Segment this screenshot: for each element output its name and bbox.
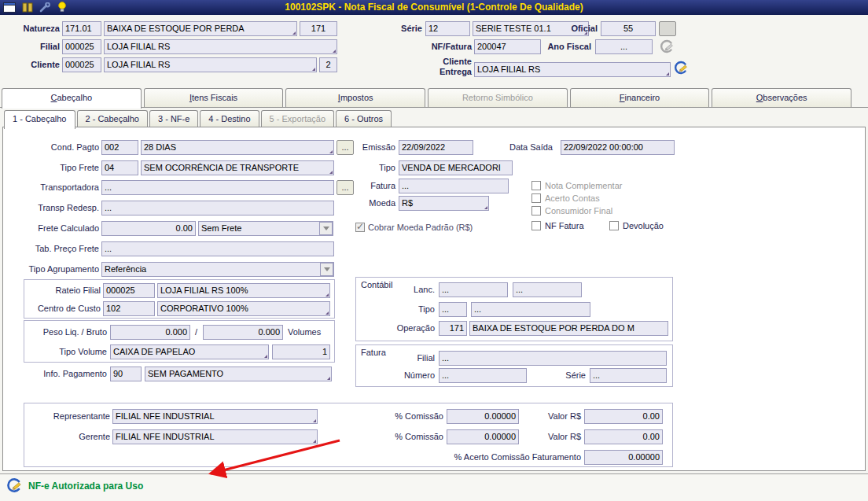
peso-separator: / xyxy=(195,325,203,340)
rep-valor-field[interactable]: 0.00 xyxy=(584,409,663,424)
natureza-desc-field[interactable]: BAIXA DE ESTOQUE POR PERDA xyxy=(104,21,297,36)
tab-impostos[interactable]: Impostos xyxy=(285,88,425,107)
tab-cabecalho[interactable]: Cabeçalho xyxy=(2,88,142,109)
ano-fiscal-field[interactable]: ... xyxy=(595,39,653,54)
nfe-disabled-icon xyxy=(659,39,675,54)
frete-calculado-label: Frete Calculado xyxy=(16,221,99,236)
filial-code-field[interactable]: 000025 xyxy=(62,39,101,54)
tipo-field[interactable]: VENDA DE MERCADORI xyxy=(399,160,513,175)
frete-tipo-dropdown-button[interactable] xyxy=(319,222,333,235)
lightbulb-icon[interactable] xyxy=(57,2,67,13)
columns-icon[interactable] xyxy=(22,2,33,13)
info-pagamento-desc-field[interactable]: SEM PAGAMENTO xyxy=(145,367,332,381)
tab-observacoes[interactable]: Observações xyxy=(712,88,851,107)
cond-pagto-desc-field[interactable]: 28 DIAS xyxy=(141,140,334,155)
representante-field[interactable]: FILIAL NFE INDUSTRIAL xyxy=(112,409,318,424)
centro-custo-code-field[interactable]: 102 xyxy=(103,301,155,316)
rep-pct-comissao-field[interactable]: 0.00000 xyxy=(447,409,519,424)
tab-preco-frete-field[interactable]: ... xyxy=(101,241,334,256)
ano-fiscal-label: Ano Fiscal xyxy=(543,39,591,54)
form-window-icon[interactable] xyxy=(3,2,16,13)
subtab-1-cabecalho[interactable]: 1 - Cabeçalho xyxy=(4,110,75,129)
filial-desc-field[interactable]: LOJA FILIAL RS xyxy=(104,39,337,54)
operacao-code-field[interactable]: 171 xyxy=(439,321,467,336)
serie-code-field[interactable]: 12 xyxy=(425,21,470,36)
tipo-agrupamento-dropdown-button[interactable] xyxy=(320,263,333,276)
transp-redesp-field[interactable]: ... xyxy=(101,201,334,216)
tipo-agrupamento-select[interactable]: Referência xyxy=(101,262,334,277)
tipo-agrupamento-label: Tipo Agrupamento xyxy=(8,262,99,277)
titlebar-toolbar xyxy=(3,2,67,13)
moeda-field[interactable]: R$ xyxy=(399,196,489,211)
fatura-filial-field[interactable]: ... xyxy=(439,351,667,366)
subtab-3-nfe[interactable]: 3 - NF-e xyxy=(149,110,198,127)
sub-tabs: 1 - Cabeçalho 2 - Cabeçalho 3 - NF-e 4 -… xyxy=(4,110,393,127)
gerente-field[interactable]: FILIAL NFE INDUSTRIAL xyxy=(112,429,318,444)
fatura-box-title: Fatura xyxy=(361,347,386,358)
fatura-field[interactable]: ... xyxy=(399,179,509,193)
lanc-field-1[interactable]: ... xyxy=(439,282,508,297)
fatura-numero-label: Número xyxy=(385,368,435,383)
cliente-entrega-field[interactable]: LOJA FILIAL RS xyxy=(474,62,671,77)
oficial-field[interactable]: 55 xyxy=(601,21,656,36)
natureza-num-field[interactable]: 171 xyxy=(300,21,337,36)
cliente-num-field[interactable]: 2 xyxy=(319,57,337,72)
tab-financeiro[interactable]: Financeiro xyxy=(570,88,710,107)
status-message: NF-e Autorizada para Uso xyxy=(28,481,143,492)
operacao-label: Operação xyxy=(377,321,435,336)
nfe-globe-icon[interactable] xyxy=(673,60,689,76)
consumidor-final-label: Consumidor Final xyxy=(545,204,663,219)
nf-fatura-field[interactable]: 200047 xyxy=(474,39,541,54)
tipo-volume-field[interactable]: CAIXA DE PAPELAO xyxy=(110,344,269,359)
volumes-qty-field[interactable]: 1 xyxy=(272,344,330,359)
peso-liquido-field[interactable]: 0.000 xyxy=(110,325,190,340)
cliente-desc-field[interactable]: LOJA FILIAL RS xyxy=(104,57,317,72)
gerente-label: Gerente xyxy=(31,429,110,444)
subtab-6-outros[interactable]: 6 - Outros xyxy=(336,110,392,127)
cliente-entrega-label: Cliente Entrega xyxy=(422,57,472,77)
tipo-frete-desc-field[interactable]: SEM OCORRÊNCIA DE TRANSPORTE xyxy=(141,160,334,175)
nf-fatura-label: NF/Fatura xyxy=(409,39,472,54)
tab-itens-fiscais[interactable]: Itens Fiscais xyxy=(144,88,284,107)
ger-valor-field[interactable]: 0.00 xyxy=(584,429,663,444)
subtab-5-label: 5 - Exportação xyxy=(270,114,326,123)
devolucao-checkbox[interactable] xyxy=(609,221,619,230)
main-tabs: Cabeçalho Itens Fiscais Impostos Retorno… xyxy=(2,88,854,107)
centro-custo-desc-field[interactable]: CORPORATIVO 100% xyxy=(157,301,330,316)
frete-tipo-select[interactable]: Sem Frete xyxy=(198,221,333,236)
fatura-serie-field[interactable]: ... xyxy=(590,368,667,383)
serie-label: Série xyxy=(389,21,422,36)
acerto-comissao-field[interactable]: 0.00000 xyxy=(584,450,663,465)
fatura-numero-field[interactable]: ... xyxy=(439,368,527,383)
cond-pagto-code-field[interactable]: 002 xyxy=(101,140,138,155)
info-pagamento-code-field[interactable]: 90 xyxy=(110,367,142,381)
rateio-filial-code-field[interactable]: 000025 xyxy=(103,283,155,298)
tab-observacoes-label: Observações xyxy=(712,89,851,106)
contabil-tipo-field-2[interactable]: ... xyxy=(471,302,590,317)
representante-label: Representante xyxy=(31,409,110,424)
rateio-filial-desc-field[interactable]: LOJA FILIAL RS 100% xyxy=(157,283,330,298)
tab-retorno-simbolico-label: Retorno Simbólico xyxy=(428,89,567,106)
emissao-field[interactable]: 22/09/2022 xyxy=(399,140,473,155)
transportadora-label: Transportadora xyxy=(16,180,99,195)
oficial-lookup-button[interactable] xyxy=(659,21,676,36)
lanc-field-2[interactable]: ... xyxy=(513,282,582,297)
ger-pct-comissao-field[interactable]: 0.00000 xyxy=(447,429,519,444)
data-saida-field[interactable]: 22/09/2022 00:00:00 xyxy=(561,140,675,155)
contabil-tipo-field-1[interactable]: ... xyxy=(439,302,467,317)
peso-bruto-field[interactable]: 0.000 xyxy=(203,325,283,340)
oficial-label: Oficial xyxy=(550,21,598,36)
nf-fatura-checkbox[interactable] xyxy=(531,221,541,230)
natureza-code-field[interactable]: 171.01 xyxy=(62,21,101,36)
transportadora-field[interactable]: ... xyxy=(101,180,334,195)
cliente-code-field[interactable]: 000025 xyxy=(62,57,101,72)
peso-label: Peso Liq. / Bruto xyxy=(24,325,107,340)
wrench-icon[interactable] xyxy=(39,2,51,13)
subtab-4-destino[interactable]: 4 - Destino xyxy=(200,110,259,127)
fatura-filial-label: Filial xyxy=(393,351,435,366)
subtab-2-cabecalho[interactable]: 2 - Cabeçalho xyxy=(77,110,149,127)
operacao-desc-field[interactable]: BAIXA DE ESTOQUE POR PERDA DO M xyxy=(469,321,668,336)
window-title: 100102SPK - Nota Fiscal de Consumível (1… xyxy=(0,0,868,15)
frete-calculado-field[interactable]: 0.00 xyxy=(101,221,196,236)
tipo-frete-code-field[interactable]: 04 xyxy=(101,160,138,175)
